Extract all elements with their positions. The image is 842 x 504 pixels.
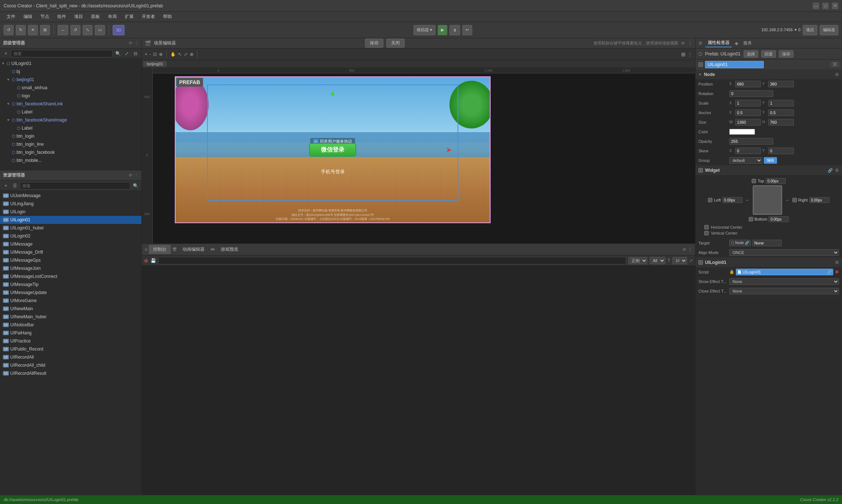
tree-item[interactable]: ⬡ btn_mobile... [0,156,141,164]
simulator-button[interactable]: 模拟器 ▾ [413,25,436,35]
move-tool[interactable]: ↔ [58,25,68,35]
h-center-checkbox[interactable] [704,225,709,229]
menu-item-项目[interactable]: 项目 [71,13,87,21]
prefab-back-button[interactable]: 回退 [761,50,776,58]
node-section-header[interactable]: ▼ Node ⚙ [695,70,842,79]
add-node-button[interactable]: + [2,50,10,57]
save-log-icon[interactable]: 💾 [151,258,156,263]
list-item[interactable]: UIUIRecordAll [0,353,141,361]
layout-icon[interactable]: ⊞ [681,51,686,57]
list-item[interactable]: UIUIMessageLostConnect [0,272,141,280]
scene-save-button[interactable]: 保存 [365,39,383,48]
cursor-icon[interactable]: ↖ [178,52,182,57]
uilogin-settings-icon[interactable]: ⚙ [835,260,839,265]
list-item[interactable]: UIUINewMain_hubei [0,313,141,321]
right-checkbox[interactable] [792,198,797,202]
position-x-input[interactable] [735,81,761,87]
bottom-value-input[interactable] [769,216,789,222]
grid-button[interactable]: ⊞ [40,25,50,35]
add-asset-button[interactable]: + [2,182,10,189]
menu-item-编辑[interactable]: 编辑 [20,13,36,21]
console-filter-input[interactable] [158,257,626,264]
scale-x-input[interactable] [735,100,761,106]
minimize-button[interactable]: — [813,3,819,9]
show-effect-select[interactable]: None [729,278,839,285]
left-checkbox[interactable] [708,198,712,202]
asset-search[interactable] [20,182,130,189]
anchor2-icon[interactable]: ⊕ [190,52,194,57]
script-link-icon[interactable]: 🔗 [826,270,833,274]
scene-extra-icon[interactable]: ⋮ [688,41,692,46]
step-button[interactable]: ↩ [462,25,472,35]
inspector-tab[interactable]: 属性检查器 [705,39,732,47]
node-settings-icon[interactable]: ⚙ [835,72,839,77]
hierarchy-more-icon[interactable]: ⋮ [134,41,138,46]
mobile-login-button[interactable]: 手机号登录 [321,168,345,175]
rect-tool[interactable]: ▭ [95,25,105,35]
right-value-input[interactable] [809,197,830,203]
delete-button[interactable]: ✕ [28,25,38,35]
move2-icon[interactable]: ⤢ [184,52,188,57]
anchor-x-input[interactable] [735,109,761,116]
tree-item[interactable]: ⬡ btn_login_line [0,140,141,148]
menu-item-文件[interactable]: 文件 [3,13,19,21]
menu-item-帮助[interactable]: 帮助 [159,13,176,21]
zoom-in-icon[interactable]: + [145,52,147,57]
menu-item-开发者[interactable]: 开发者 [138,13,159,21]
console-fontsize-select[interactable]: 14 [672,257,687,264]
list-item[interactable]: UIUILogin02 [0,232,141,240]
maximize-button[interactable]: □ [822,3,829,9]
list-item[interactable]: UIUIMoreGame [0,297,141,305]
top-value-input[interactable] [766,178,786,184]
list-item[interactable]: UIUILogin01_hubei [0,224,141,232]
console-regex-select[interactable]: 正则 [628,257,647,264]
widget-link-icon[interactable]: 🔗 [828,168,833,173]
tree-item[interactable]: ⬡ bj [0,68,141,76]
list-item[interactable]: UIUILingJiang [0,200,141,208]
origin-icon[interactable]: ⊕ [159,52,163,57]
group-select[interactable]: default [729,157,762,164]
redo-button[interactable]: ↻ [16,25,26,35]
console-level-select[interactable]: All [650,257,665,264]
pause-button[interactable]: ⏸ [449,25,460,35]
asset-more-icon[interactable]: ⋮ [134,173,138,178]
menu-item-布局[interactable]: 布局 [104,13,120,21]
target-value-input[interactable] [752,240,782,246]
size-w-input[interactable] [735,119,761,126]
group-edit-button[interactable]: 编辑 [764,157,777,164]
list-item[interactable]: UIUIRecordAll_child [0,361,141,369]
editor-button[interactable]: 编辑器 [820,25,838,35]
v-center-checkbox[interactable] [704,231,709,235]
tree-item[interactable]: ▼ ⬡ beijing01 [0,76,141,84]
align-mode-select[interactable]: ONCE [729,249,839,256]
console-tab[interactable]: 控制台 [149,245,171,254]
zoom-out-icon[interactable]: - [149,52,151,57]
widget-enable-checkbox[interactable] [698,168,703,173]
scale-tool[interactable]: ⤡ [83,25,93,35]
list-item[interactable]: UIUIMessage_Drift [0,248,141,256]
animation-tab[interactable]: 动画编辑器 [178,245,209,254]
script-remove-button[interactable]: ✕ [835,269,839,275]
target-link-icon[interactable]: 🔗 [745,241,749,245]
asset-refresh-icon[interactable]: ⟳ [129,173,132,178]
expand-console-icon[interactable]: ⤢ [689,258,693,263]
right-label[interactable]: Right [798,198,808,202]
component-name-input[interactable] [705,61,764,68]
menu-item-组件[interactable]: 组件 [54,13,70,21]
hierarchy-refresh-icon[interactable]: ⟳ [129,41,132,46]
list-item[interactable]: UIUILogin [0,208,141,216]
opacity-input[interactable] [729,138,773,145]
undo-button[interactable]: ↺ [4,25,14,35]
list-item[interactable]: UIUIMessageJoin [0,264,141,272]
asset-search-icon[interactable]: 🔍 [132,182,139,189]
tree-item[interactable]: ⬡ logo [0,92,141,100]
expand-icon[interactable]: ⤢ [123,50,130,57]
color-swatch[interactable] [729,129,755,135]
list-item[interactable]: UIUINewMain [0,305,141,313]
left-value-input[interactable] [722,197,742,203]
game-preview-tab[interactable]: 游戏预览 [216,245,243,254]
list-item[interactable]: UIUIJoinMessage [0,192,141,200]
tree-item[interactable]: ⬡ small_xinhua [0,84,141,92]
list-item[interactable]: UIUIMessageGps [0,256,141,264]
list-item[interactable]: UIUIPractice [0,337,141,345]
